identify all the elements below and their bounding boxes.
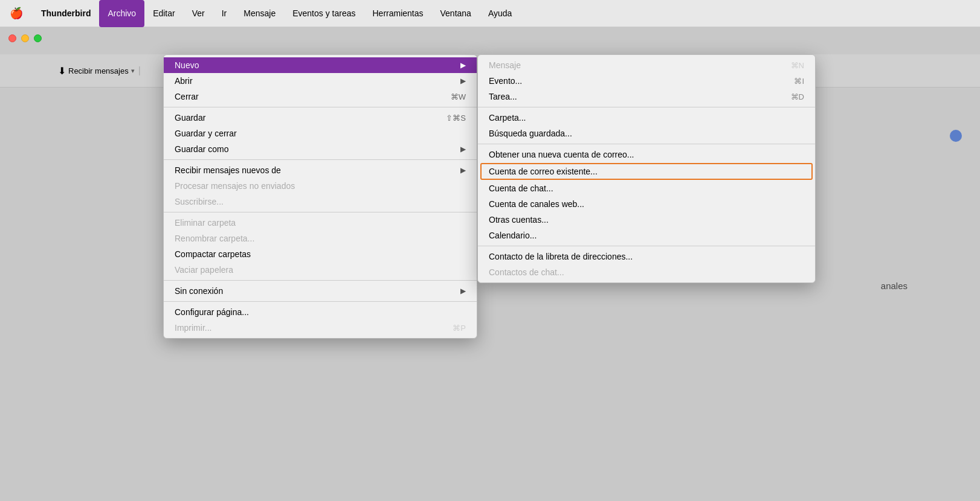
submenu-item-cuenta-canales[interactable]: Cuenta de canales web... (478, 196, 815, 212)
submenu-item-busqueda-label: Búsqueda guardada... (489, 129, 572, 138)
menu-item-procesar[interactable]: Procesar mensajes no enviados (164, 178, 477, 194)
menubar-editar[interactable]: Editar (144, 0, 184, 27)
menu-item-nuevo-arrow: ▶ (460, 61, 466, 69)
menu-item-guardar-label: Guardar (175, 113, 205, 123)
submenu-item-carpeta-label: Carpeta... (489, 113, 526, 123)
submenu-item-evento-label: Evento... (489, 76, 522, 86)
submenu-item-mensaje-label: Mensaje (489, 60, 521, 70)
submenu-item-tarea-label: Tarea... (489, 92, 517, 101)
menu-item-abrir[interactable]: Abrir ▶ (164, 73, 477, 89)
menubar-herramientas[interactable]: Herramientas (364, 0, 431, 27)
separator-bar: | (138, 65, 141, 76)
submenu-item-otras-cuentas[interactable]: Otras cuentas... (478, 212, 815, 228)
menu-item-sin-conexion-label: Sin conexión (175, 286, 223, 296)
recibir-mensajes-icon: ⬇ (58, 65, 66, 77)
menu-item-sin-conexion-arrow: ▶ (460, 287, 466, 295)
close-button[interactable] (8, 34, 16, 42)
submenu-item-cuenta-chat[interactable]: Cuenta de chat... (478, 180, 815, 196)
separator-4 (164, 280, 477, 281)
menu-item-cerrar-shortcut: ⌘W (451, 92, 466, 101)
menubar-ver[interactable]: Ver (184, 0, 213, 27)
menu-item-renombrar-label: Renombrar carpeta... (175, 234, 254, 243)
menu-item-guardar[interactable]: Guardar ⇧⌘S (164, 110, 477, 126)
menubar-ventana[interactable]: Ventana (432, 0, 480, 27)
submenu-item-mensaje[interactable]: Mensaje ⌘N (478, 57, 815, 73)
submenu-item-mensaje-shortcut: ⌘N (791, 61, 804, 70)
menu-item-imprimir[interactable]: Imprimir... ⌘P (164, 320, 477, 336)
submenu-separator-2 (478, 144, 815, 144)
menu-item-abrir-arrow: ▶ (460, 77, 466, 85)
menu-item-suscribirse[interactable]: Suscribirse... (164, 194, 477, 209)
separator-2 (164, 159, 477, 160)
menu-item-compactar[interactable]: Compactar carpetas (164, 246, 477, 262)
separator-3 (164, 212, 477, 212)
nuevo-submenu: Mensaje ⌘N Evento... ⌘I Tarea... ⌘D Carp… (477, 54, 816, 283)
separator-5 (164, 301, 477, 302)
menubar-ayuda[interactable]: Ayuda (480, 0, 520, 27)
submenu-separator-3 (478, 246, 815, 246)
submenu-item-contacto-label: Contacto de la libreta de direcciones... (489, 252, 633, 261)
menu-item-guardar-como-label: Guardar como (175, 144, 228, 154)
menu-item-recibir-arrow: ▶ (460, 166, 466, 174)
menu-item-eliminar[interactable]: Eliminar carpeta (164, 215, 477, 231)
submenu-item-contactos-chat[interactable]: Contactos de chat... (478, 264, 815, 280)
separator-1 (164, 107, 477, 107)
submenu-item-calendario[interactable]: Calendario... (478, 228, 815, 243)
submenu-item-carpeta[interactable]: Carpeta... (478, 110, 815, 126)
menu-item-recibir[interactable]: Recibir mensajes nuevos de ▶ (164, 162, 477, 178)
submenu-item-evento[interactable]: Evento... ⌘I (478, 73, 815, 89)
app-content: ⬇ Recibir mensajes ▾ | anales Nuevo ▶ Ab… (0, 27, 980, 501)
menu-item-vaciar[interactable]: Vaciar papelera (164, 262, 477, 278)
menu-item-procesar-label: Procesar mensajes no enviados (175, 181, 295, 191)
traffic-lights (8, 34, 42, 42)
canales-partial-text: anales (881, 281, 907, 291)
menu-item-guardar-como[interactable]: Guardar como ▶ (164, 141, 477, 157)
submenu-item-cuenta-chat-label: Cuenta de chat... (489, 183, 553, 193)
menu-item-cerrar-label: Cerrar (175, 92, 199, 101)
menu-item-recibir-label: Recibir mensajes nuevos de (175, 165, 281, 175)
submenu-item-contactos-chat-label: Contactos de chat... (489, 267, 564, 277)
menu-item-eliminar-label: Eliminar carpeta (175, 218, 236, 228)
recibir-mensajes-label[interactable]: Recibir mensajes (68, 66, 129, 75)
submenu-item-evento-shortcut: ⌘I (794, 77, 804, 86)
submenu-item-cuenta-existente-label: Cuenta de correo existente... (489, 167, 598, 176)
menu-item-guardar-como-arrow: ▶ (460, 145, 466, 153)
menu-item-configurar-label: Configurar página... (175, 307, 249, 317)
submenu-separator-1 (478, 107, 815, 107)
submenu-item-nueva-cuenta-label: Obtener una nueva cuenta de correo... (489, 150, 634, 159)
menu-item-nuevo[interactable]: Nuevo ▶ (164, 57, 477, 73)
submenu-item-nueva-cuenta[interactable]: Obtener una nueva cuenta de correo... (478, 147, 815, 162)
submenu-item-tarea[interactable]: Tarea... ⌘D (478, 89, 815, 104)
menu-item-nuevo-label: Nuevo (175, 60, 199, 70)
submenu-item-otras-cuentas-label: Otras cuentas... (489, 215, 549, 225)
menubar-eventos[interactable]: Eventos y tareas (284, 0, 364, 27)
menubar-thunderbird[interactable]: Thunderbird (33, 0, 99, 27)
apple-menu[interactable]: 🍎 (0, 7, 33, 20)
menu-item-sin-conexion[interactable]: Sin conexión ▶ (164, 283, 477, 299)
minimize-button[interactable] (21, 34, 29, 42)
submenu-item-cuenta-existente[interactable]: Cuenta de correo existente... (478, 162, 815, 180)
status-indicator (950, 130, 962, 142)
recibir-mensajes-dropdown-icon[interactable]: ▾ (131, 67, 135, 75)
menu-item-guardar-cerrar[interactable]: Guardar y cerrar (164, 126, 477, 141)
menu-item-suscribirse-label: Suscribirse... (175, 197, 224, 206)
submenu-item-busqueda[interactable]: Búsqueda guardada... (478, 126, 815, 141)
menubar: 🍎 Thunderbird Archivo Editar Ver Ir Mens… (0, 0, 980, 27)
menu-item-renombrar[interactable]: Renombrar carpeta... (164, 231, 477, 246)
maximize-button[interactable] (34, 34, 42, 42)
menu-item-cerrar[interactable]: Cerrar ⌘W (164, 89, 477, 104)
submenu-item-calendario-label: Calendario... (489, 231, 537, 240)
submenu-item-cuenta-canales-label: Cuenta de canales web... (489, 199, 584, 209)
menubar-ir[interactable]: Ir (213, 0, 236, 27)
menu-item-imprimir-label: Imprimir... (175, 323, 211, 333)
menu-item-guardar-cerrar-label: Guardar y cerrar (175, 129, 237, 138)
archivo-menu: Nuevo ▶ Abrir ▶ Cerrar ⌘W Guardar ⇧⌘S Gu… (163, 54, 477, 339)
menu-item-configurar[interactable]: Configurar página... (164, 304, 477, 320)
submenu-item-tarea-shortcut: ⌘D (791, 92, 804, 101)
menu-item-vaciar-label: Vaciar papelera (175, 265, 233, 275)
menubar-archivo[interactable]: Archivo (99, 0, 144, 27)
submenu-item-contacto[interactable]: Contacto de la libreta de direcciones... (478, 249, 815, 264)
menu-item-compactar-label: Compactar carpetas (175, 249, 251, 259)
menu-item-imprimir-shortcut: ⌘P (453, 324, 466, 333)
menubar-mensaje[interactable]: Mensaje (235, 0, 284, 27)
